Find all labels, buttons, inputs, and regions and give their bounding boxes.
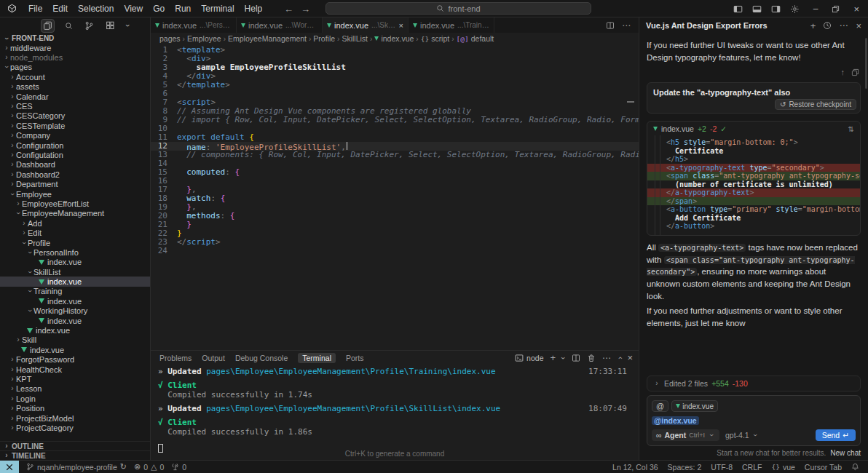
history-icon[interactable] [823, 21, 832, 30]
folder-Position[interactable]: ›Position [0, 403, 150, 413]
edited-files-row[interactable]: › Edited 2 files +554 -130 [647, 375, 861, 391]
folder-Configutation[interactable]: ›Configutation [0, 150, 150, 159]
tab-training[interactable]: index.vue...\Training [409, 17, 494, 33]
close-icon[interactable]: × [399, 21, 403, 30]
code-diff-card[interactable]: index.vue +2 -2 ✓ ⇅ <h5 style="margin-bo… [647, 121, 861, 236]
context-chip-at[interactable]: @ [652, 400, 668, 412]
copy-icon[interactable] [851, 68, 859, 76]
folder-SkillList[interactable]: ›SkillList [0, 267, 150, 277]
folder-Account[interactable]: ›Account [0, 72, 150, 82]
folder-HealthCheck[interactable]: ›HealthCheck [0, 365, 150, 374]
folder-pages[interactable]: ›pages [0, 63, 150, 72]
breadcrumb-item-pages[interactable]: pages [159, 34, 181, 43]
restore-checkpoint-button[interactable]: ↺ Restore checkpoint [775, 99, 856, 110]
expand-diff-icon[interactable]: ⇅ [848, 125, 854, 133]
close-panel-icon[interactable]: × [627, 352, 633, 363]
git-branch-status[interactable]: nqanh/employee-profile↻ [26, 462, 127, 472]
folder-Edit[interactable]: ›Edit [0, 228, 150, 237]
menu-run[interactable]: Run [170, 4, 196, 14]
shell-selector[interactable]: node [515, 354, 543, 362]
folder-CESCategory[interactable]: ›CESCategory [0, 111, 150, 121]
breadcrumb-item-default[interactable]: [@]default [457, 34, 494, 43]
code-line-5[interactable]: 5</template> [151, 81, 639, 90]
folder-ProjectBizModel[interactable]: ›ProjectBizModel [0, 413, 150, 423]
code-line-3[interactable]: 3 sample EmployeeProfileSkillList [151, 63, 639, 72]
code-line-9[interactable]: 9// import { Row, Col, Input, DatePicker… [151, 116, 639, 124]
agent-mode-selector[interactable]: ∞ Agent Ctrl+I › [652, 429, 719, 441]
menu-file[interactable]: File [23, 4, 47, 14]
more-actions-icon[interactable]: ⋯ [622, 20, 631, 31]
chat-scrollbar[interactable] [865, 38, 867, 89]
panel-left-icon[interactable] [733, 4, 743, 14]
extensions-icon[interactable] [104, 20, 117, 32]
code-line-1[interactable]: 1<template> [151, 46, 639, 55]
folder-Employee[interactable]: ›Employee [0, 189, 150, 199]
model-selector[interactable]: gpt-4.1 › [725, 431, 759, 440]
folder-node_modules[interactable]: ›node_modules [0, 52, 150, 62]
code-line-21[interactable]: 21 } [151, 220, 639, 229]
remote-indicator[interactable] [0, 461, 19, 473]
file-index.vue[interactable]: index.vue [0, 325, 150, 335]
close-icon[interactable]: × [856, 20, 861, 31]
file-index.vue[interactable]: index.vue [0, 316, 150, 325]
code-line-16[interactable]: 16 [151, 177, 639, 186]
window-restore-icon[interactable] [832, 5, 840, 13]
split-terminal-icon[interactable] [572, 354, 580, 362]
breadcrumb-item-script[interactable]: {}script [421, 34, 450, 43]
folder-Dashboard2[interactable]: ›Dashboard2 [0, 170, 150, 179]
panel-tab-output[interactable]: Output [202, 354, 225, 362]
folder-Company[interactable]: ›Company [0, 131, 150, 140]
code-editor[interactable]: 1<template>2 <div>3 sample EmployeeProfi… [151, 44, 639, 350]
explorer-root[interactable]: › FRONT-END [0, 33, 150, 43]
folder-Add[interactable]: ›Add [0, 218, 150, 228]
file-index.vue[interactable]: index.vue [0, 345, 150, 354]
panel-tab-terminal[interactable]: Terminal [298, 353, 336, 363]
breadcrumb-item-profile[interactable]: Profile [313, 34, 335, 43]
tab-personalinfo[interactable]: index.vue...\PersonalInfo [151, 17, 237, 33]
panel-tab-problems[interactable]: Problems [159, 354, 192, 362]
breadcrumb[interactable]: pages›Employee›EmployeeManagement›Profil… [151, 33, 639, 44]
panel-more-icon[interactable]: ⋯ [602, 353, 612, 363]
folder-Lesson[interactable]: ›Lesson [0, 384, 150, 394]
gear-icon[interactable] [790, 4, 800, 14]
panel-right-icon[interactable] [771, 4, 781, 14]
cursor-tab-status[interactable]: Cursor Tab [805, 463, 842, 472]
broadcast-status[interactable]: 0 [171, 463, 186, 472]
window-close-icon[interactable]: × [853, 4, 859, 15]
panel-tab-debug-console[interactable]: Debug Console [235, 354, 288, 362]
folder-KPT[interactable]: ›KPT [0, 374, 150, 383]
breadcrumb-item-indexvue[interactable]: index.vue [374, 34, 414, 43]
terminal[interactable]: » Updated pages\Employee\EmployeeManagem… [151, 365, 639, 460]
file-index.vue[interactable]: index.vue [0, 258, 150, 267]
command-center-search[interactable]: front-end [326, 2, 591, 15]
section-outline[interactable]: ›OUTLINE [0, 441, 150, 450]
send-button[interactable]: Send ↵ [816, 429, 856, 441]
context-chip-indexvue[interactable]: index.vue [671, 400, 718, 412]
source-control-icon[interactable] [83, 20, 95, 32]
maximize-panel-icon[interactable]: › [618, 354, 621, 362]
code-line-13[interactable]: 13 // components: { Row, Col, Input, Dat… [151, 151, 639, 159]
panel-tab-ports[interactable]: Ports [346, 354, 364, 362]
window-minimize-icon[interactable]: – [813, 4, 818, 14]
folder-middleware[interactable]: ›middleware [0, 43, 150, 52]
folder-CES[interactable]: ›CES [0, 101, 150, 111]
language-mode[interactable]: {}vue [771, 463, 794, 472]
section-timeline[interactable]: ›TIMELINE [0, 450, 150, 460]
menu-edit[interactable]: Edit [47, 4, 73, 14]
folder-WorkingHistory[interactable]: ›WorkingHistory [0, 306, 150, 316]
chevron-down-icon[interactable]: › [125, 20, 131, 31]
folder-Dashboard[interactable]: ›Dashboard [0, 160, 150, 170]
code-line-20[interactable]: 20 methods: { [151, 212, 639, 220]
code-line-6[interactable]: 6 [151, 90, 639, 98]
user-message-card[interactable]: Update the "a-typography-text" also ↺ Re… [647, 82, 861, 114]
folder-Skill[interactable]: ›Skill [0, 335, 150, 345]
panel-bottom-icon[interactable] [752, 4, 762, 14]
folder-Training[interactable]: ›Training [0, 287, 150, 296]
menu-go[interactable]: Go [148, 4, 170, 14]
kill-terminal-icon[interactable] [587, 354, 596, 362]
menu-selection[interactable]: Selection [73, 4, 119, 14]
folder-Calendar[interactable]: ›Calendar [0, 92, 150, 101]
folder-Configuration[interactable]: ›Configuration [0, 140, 150, 150]
code-line-24[interactable]: 24 [151, 247, 639, 255]
new-chat-link[interactable]: New chat [830, 449, 861, 457]
